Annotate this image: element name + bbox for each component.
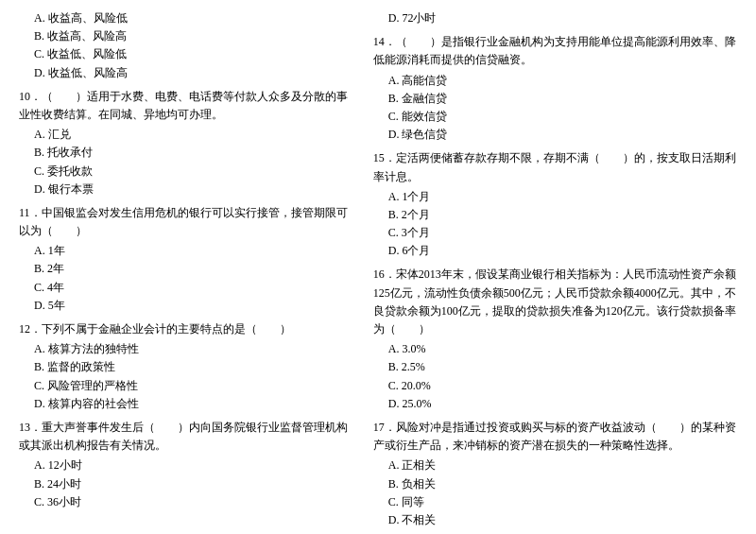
question-15: 15．定活两便储蓄存款存期不限，存期不满（ ）的，按支取日活期利率计息。 A. … <box>373 149 737 260</box>
page-container: A. 收益高、风险低 B. 收益高、风险高 C. 收益低、风险低 D. 收益低、… <box>19 9 737 534</box>
q11-option-b: B. 2年 <box>19 260 354 278</box>
q12-option-b: B. 监督的政策性 <box>19 358 354 376</box>
q14-option-c: C. 能效信贷 <box>373 108 737 126</box>
q13-option-d: D. 72小时 <box>373 9 737 27</box>
q12-option-c: C. 风险管理的严格性 <box>19 377 354 395</box>
question-11-text: 11．中国银监会对发生信用危机的银行可以实行接管，接管期限可以为（ ） <box>19 204 354 240</box>
q16-option-a: A. 3.0% <box>373 340 737 358</box>
question-12-text: 12．下列不属于金融企业会计的主要特点的是（ ） <box>19 320 354 338</box>
question-16: 16．宋体2013年末，假设某商业银行相关指标为：人民币流动性资产余额125亿元… <box>373 266 737 413</box>
option-a-top: A. 收益高、风险低 <box>19 9 354 27</box>
q15-option-b: B. 2个月 <box>373 206 737 224</box>
q11-option-a: A. 1年 <box>19 242 354 260</box>
q15-option-c: C. 3个月 <box>373 224 737 242</box>
q16-option-d: D. 25.0% <box>373 395 737 413</box>
q13-option-c: C. 36小时 <box>19 493 354 511</box>
q17-option-a: A. 正相关 <box>373 456 737 474</box>
question-16-text: 16．宋体2013年末，假设某商业银行相关指标为：人民币流动性资产余额125亿元… <box>373 266 737 338</box>
question-14-text: 14．（ ）是指银行业金融机构为支持用能单位提高能源利用效率、降低能源消耗而提供… <box>373 33 737 69</box>
q13-option-a: A. 12小时 <box>19 456 354 474</box>
q11-option-c: C. 4年 <box>19 279 354 297</box>
option-d-top: D. 收益低、风险高 <box>19 64 354 82</box>
q11-option-d: D. 5年 <box>19 297 354 315</box>
q10-option-a: A. 汇兑 <box>19 126 354 144</box>
q10-option-b: B. 托收承付 <box>19 144 354 162</box>
question-10-text: 10．（ ）适用于水费、电费、电话费等付款人众多及分散的事业性收费结算。在同城、… <box>19 88 354 124</box>
question-14: 14．（ ）是指银行业金融机构为支持用能单位提高能源利用效率、降低能源消耗而提供… <box>373 33 737 144</box>
q10-option-c: C. 委托收款 <box>19 163 354 181</box>
question-top-options: A. 收益高、风险低 B. 收益高、风险高 C. 收益低、风险低 D. 收益低、… <box>19 9 354 82</box>
question-12: 12．下列不属于金融企业会计的主要特点的是（ ） A. 核算方法的独特性 B. … <box>19 320 354 413</box>
option-b-top: B. 收益高、风险高 <box>19 27 354 45</box>
two-column-layout: A. 收益高、风险低 B. 收益高、风险高 C. 收益低、风险低 D. 收益低、… <box>19 9 737 534</box>
right-column: D. 72小时 14．（ ）是指银行业金融机构为支持用能单位提高能源利用效率、降… <box>364 9 737 534</box>
left-column: A. 收益高、风险低 B. 收益高、风险高 C. 收益低、风险低 D. 收益低、… <box>19 9 364 534</box>
question-15-text: 15．定活两便储蓄存款存期不限，存期不满（ ）的，按支取日活期利率计息。 <box>373 149 737 185</box>
q17-option-d: D. 不相关 <box>373 511 737 529</box>
q13-option-b: B. 24小时 <box>19 475 354 493</box>
question-11: 11．中国银监会对发生信用危机的银行可以实行接管，接管期限可以为（ ） A. 1… <box>19 204 354 315</box>
q17-option-b: B. 负相关 <box>373 475 737 493</box>
option-c-top: C. 收益低、风险低 <box>19 45 354 63</box>
question-13-text: 13．重大声誉事件发生后（ ）内向国务院银行业监督管理机构或其派出机构报告有关情… <box>19 419 354 455</box>
question-17-text: 17．风险对冲是指通过投资或购买与标的资产收益波动（ ）的某种资产或衍生产品，来… <box>373 419 737 455</box>
question-13-d-option: D. 72小时 <box>373 9 737 27</box>
q12-option-d: D. 核算内容的社会性 <box>19 395 354 413</box>
q15-option-d: D. 6个月 <box>373 242 737 260</box>
q16-option-b: B. 2.5% <box>373 358 737 376</box>
q14-option-a: A. 高能信贷 <box>373 72 737 90</box>
question-10: 10．（ ）适用于水费、电费、电话费等付款人众多及分散的事业性收费结算。在同城、… <box>19 88 354 198</box>
question-13: 13．重大声誉事件发生后（ ）内向国务院银行业监督管理机构或其派出机构报告有关情… <box>19 419 354 511</box>
q14-option-b: B. 金融信贷 <box>373 90 737 108</box>
q16-option-c: C. 20.0% <box>373 377 737 395</box>
q12-option-a: A. 核算方法的独特性 <box>19 340 354 358</box>
q14-option-d: D. 绿色信贷 <box>373 126 737 144</box>
q17-option-c: C. 同等 <box>373 493 737 511</box>
q10-option-d: D. 银行本票 <box>19 181 354 198</box>
q15-option-a: A. 1个月 <box>373 188 737 206</box>
question-17: 17．风险对冲是指通过投资或购买与标的资产收益波动（ ）的某种资产或衍生产品，来… <box>373 419 737 529</box>
